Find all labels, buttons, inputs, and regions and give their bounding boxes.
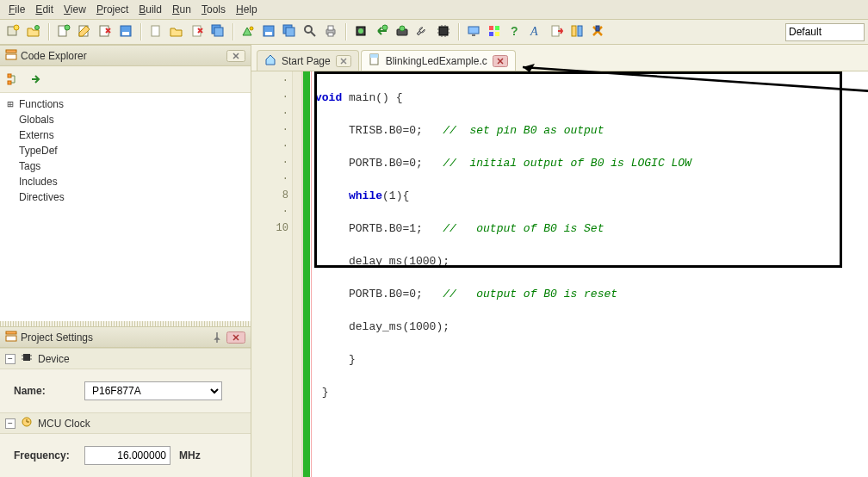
svg-rect-17	[286, 28, 294, 36]
open-folder-icon[interactable]	[167, 22, 186, 40]
build-icon[interactable]	[239, 22, 257, 40]
tree-item-externs[interactable]: Externs	[2, 127, 249, 143]
arrow-left-icon[interactable]	[372, 22, 391, 40]
menu-view[interactable]: View	[64, 3, 86, 15]
collapse-icon[interactable]: −	[5, 418, 16, 429]
code-content[interactable]: void main() { TRISB.B0=0; // set pin B0 …	[312, 71, 868, 435]
tree-item-typedef[interactable]: TypeDef	[2, 143, 249, 158]
tree-item-functions[interactable]: ⊞Functions	[2, 96, 249, 112]
save-file-icon[interactable]	[116, 22, 135, 40]
svg-rect-45	[6, 331, 16, 334]
svg-rect-41	[6, 54, 16, 59]
clock-freq-label: Frequency:	[14, 449, 76, 462]
menu-file[interactable]: File	[9, 3, 25, 15]
tree-view-icon[interactable]	[3, 70, 22, 89]
menu-help[interactable]: Help	[236, 3, 257, 15]
menu-run[interactable]: Run	[172, 3, 191, 15]
svg-rect-28	[468, 27, 479, 34]
code-explorer-toolbar	[0, 66, 251, 93]
search-icon[interactable]	[301, 22, 319, 40]
print-icon[interactable]	[321, 22, 340, 40]
tab-close-icon[interactable]	[493, 55, 508, 67]
tree-item-globals[interactable]: Globals	[2, 112, 249, 127]
svg-rect-30	[489, 26, 493, 30]
svg-rect-31	[495, 26, 499, 30]
code-editor[interactable]: · · · · · · · 8 · 10	[251, 71, 868, 477]
pin-icon[interactable]	[211, 331, 223, 344]
chip-icon[interactable]	[434, 22, 453, 40]
monitor-icon[interactable]	[464, 22, 483, 40]
export-icon[interactable]	[547, 22, 566, 40]
code-explorer-tree[interactable]: ⊞Functions Globals Externs TypeDef Tags …	[0, 93, 251, 321]
layout-icon[interactable]	[567, 22, 586, 40]
tree-item-tags[interactable]: Tags	[2, 158, 249, 174]
project-settings-header: Project Settings	[0, 326, 251, 348]
code-explorer-close-icon[interactable]	[226, 49, 245, 63]
code-explorer-title: Code Explorer	[21, 50, 223, 62]
clock-section-label: MCU Clock	[38, 418, 90, 430]
svg-rect-15	[265, 32, 272, 35]
svg-rect-9	[152, 26, 159, 36]
tree-item-includes[interactable]: Includes	[2, 174, 249, 189]
svg-rect-43	[8, 74, 11, 77]
program-chip-icon[interactable]	[351, 22, 370, 40]
svg-rect-8	[122, 32, 129, 35]
save-multi-icon[interactable]	[280, 22, 299, 40]
menu-build[interactable]: Build	[139, 3, 162, 15]
menu-bar: File Edit View Project Build Run Tools H…	[0, 0, 868, 20]
edit-file-icon[interactable]	[75, 22, 94, 40]
svg-rect-20	[328, 26, 333, 30]
new-file-icon[interactable]	[54, 22, 73, 40]
menu-project[interactable]: Project	[96, 3, 128, 15]
svg-rect-40	[6, 50, 16, 53]
font-icon[interactable]: A	[526, 22, 545, 40]
svg-rect-29	[472, 34, 475, 36]
new-project-icon[interactable]	[3, 22, 22, 40]
svg-rect-46	[6, 336, 16, 341]
editor-gutter: · · · · · · · 8 · 10	[251, 71, 303, 477]
menu-tools[interactable]: Tools	[202, 3, 226, 15]
svg-point-13	[250, 27, 253, 30]
project-settings-close-icon[interactable]	[226, 331, 245, 344]
save-build-icon[interactable]	[259, 22, 278, 40]
scheme-selector[interactable]	[785, 22, 865, 42]
tab-start-page[interactable]: Start Page	[257, 50, 359, 71]
program-target-icon[interactable]	[393, 22, 412, 40]
tab-close-icon[interactable]	[336, 55, 351, 67]
toolbar: ? A	[0, 20, 868, 45]
device-name-select[interactable]: P16F877A	[84, 381, 222, 400]
svg-rect-48	[23, 354, 30, 361]
palette-icon[interactable]	[485, 22, 504, 40]
help-icon[interactable]: ?	[505, 22, 524, 40]
svg-rect-27	[439, 27, 448, 35]
clock-section-header[interactable]: − MCU Clock	[0, 412, 251, 434]
line-numbers: · · · · · · · 8 · 10	[251, 71, 292, 477]
svg-rect-39	[596, 26, 599, 31]
blank-doc-icon[interactable]	[146, 22, 165, 40]
svg-point-26	[400, 26, 405, 31]
close-doc-icon[interactable]	[188, 22, 207, 40]
svg-point-1	[14, 25, 19, 30]
collapse-icon[interactable]: −	[5, 354, 16, 364]
refresh-icon[interactable]	[26, 70, 45, 89]
svg-point-4	[65, 25, 70, 30]
menu-edit[interactable]: Edit	[35, 3, 53, 15]
device-name-row: Name: P16F877A	[0, 369, 251, 412]
scheme-selector-input[interactable]	[785, 23, 865, 41]
tab-file-label: BlinkingLedExample.c	[386, 55, 487, 67]
cancel-icon[interactable]	[588, 22, 607, 40]
close-file-icon[interactable]	[96, 22, 115, 40]
clock-freq-input[interactable]	[84, 446, 170, 465]
tool-wrench-icon[interactable]	[413, 22, 432, 40]
tree-item-directives[interactable]: Directives	[2, 189, 249, 205]
save-all-icon[interactable]	[208, 22, 227, 40]
open-project-icon[interactable]	[24, 22, 43, 40]
left-sidebar: Code Explorer ⊞Functions Globals Externs…	[0, 45, 251, 477]
clock-freq-row: Frequency: MHz	[0, 434, 251, 477]
svg-rect-37	[572, 26, 576, 36]
svg-point-24	[382, 25, 388, 30]
device-section-header[interactable]: − Device	[0, 348, 251, 369]
clock-freq-unit: MHz	[179, 449, 201, 462]
svg-rect-32	[489, 32, 493, 36]
tab-source-file[interactable]: BlinkingLedExample.c	[361, 50, 516, 71]
